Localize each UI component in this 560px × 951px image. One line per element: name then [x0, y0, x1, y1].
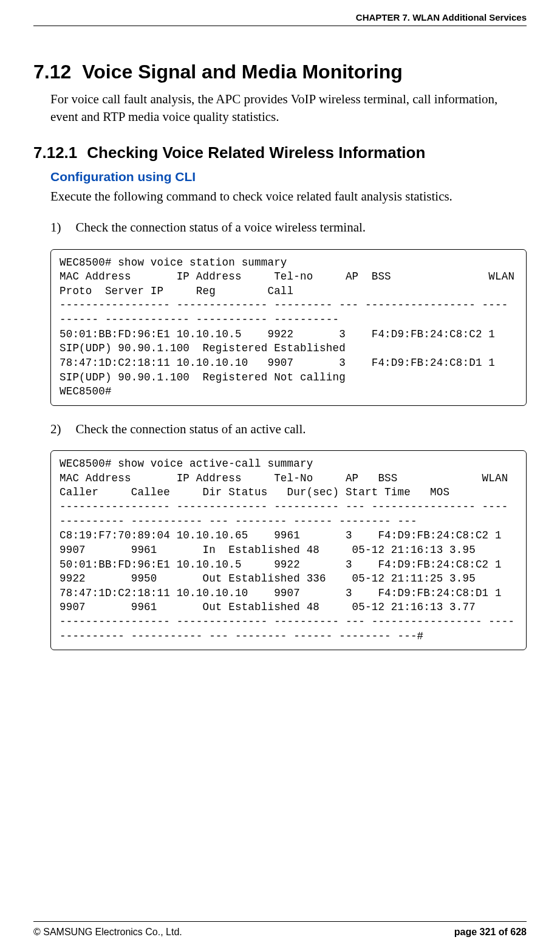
step-2-number: 2) [50, 421, 61, 438]
footer-copyright: © SAMSUNG Electronics Co., Ltd. [33, 927, 182, 938]
step-1: 1) Check the connection status of a voic… [50, 219, 527, 236]
code-block-2: WEC8500# show voice active-call summary … [50, 450, 527, 650]
page-footer: © SAMSUNG Electronics Co., Ltd. page 321… [33, 927, 527, 938]
header-rule [33, 26, 527, 26]
page-content: 7.12 Voice Signal and Media Monitoring F… [33, 61, 527, 665]
step-1-number: 1) [50, 219, 61, 236]
section-number: 7.12 [33, 61, 71, 83]
code-block-1: WEC8500# show voice station summary MAC … [50, 249, 527, 406]
section-title-text: Voice Signal and Media Monitoring [82, 61, 402, 83]
footer-rule [33, 921, 527, 922]
subsection-title-text: Checking Voice Related Wireless Informat… [87, 143, 425, 162]
section-intro: For voice call fault analysis, the APC p… [50, 91, 527, 126]
subsection-number: 7.12.1 [33, 143, 77, 162]
subsection-instruction: Execute the following command to check v… [50, 188, 527, 205]
footer-page-number: page 321 of 628 [454, 927, 527, 938]
step-2-text: Check the connection status of an active… [76, 421, 306, 438]
step-2: 2) Check the connection status of an act… [50, 421, 527, 438]
page-header: CHAPTER 7. WLAN Additional Services [356, 12, 527, 22]
step-1-text: Check the connection status of a voice w… [76, 219, 366, 236]
section-heading: 7.12 Voice Signal and Media Monitoring [33, 61, 527, 83]
config-cli-heading: Configuration using CLI [50, 170, 527, 184]
subsection-heading: 7.12.1 Checking Voice Related Wireless I… [33, 143, 527, 162]
